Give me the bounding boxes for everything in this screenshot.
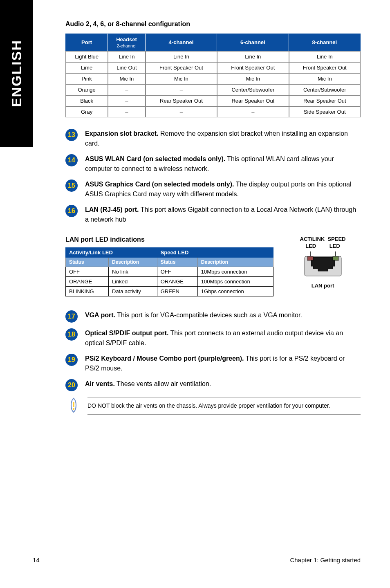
table-cell: Mic In — [217, 73, 289, 84]
th-4ch: 4-channel — [146, 34, 217, 51]
bullet-text: PS/2 Keyboard / Mouse Combo port (purple… — [85, 354, 361, 373]
bullet-row: 14ASUS WLAN Card (on selected models onl… — [65, 154, 361, 174]
table-row: BLINKINGData activityGREEN1Gbps connecti… — [66, 287, 273, 296]
bullet-badge: 13 — [65, 129, 78, 141]
bullet-row: 16LAN (RJ-45) port. This port allows Gig… — [65, 205, 361, 224]
table-cell: Front Speaker Out — [289, 62, 361, 73]
table-cell: 10Mbps connection — [197, 267, 273, 277]
lan-diagram: ACT/LINK SPEED LED LED LAN port — [285, 236, 361, 289]
table-cell: 1Gbps connection — [197, 287, 273, 296]
table-row: OFFNo linkOFF10Mbps connection — [66, 267, 273, 277]
bullet-row: 13Expansion slot bracket. Remove the exp… — [65, 129, 361, 148]
lan-sub-status-2: Status — [157, 258, 197, 267]
table-cell: Light Blue — [65, 51, 108, 62]
th-port: Port — [65, 34, 108, 51]
table-cell: Center/Subwoofer — [217, 84, 289, 95]
bullet-badge: 15 — [65, 180, 78, 192]
table-cell: Linked — [109, 277, 157, 287]
table-cell: Mic In — [108, 73, 146, 84]
table-cell: Black — [65, 95, 108, 106]
bullet-badge: 18 — [65, 328, 78, 341]
lan-sub-desc-1: Description — [109, 258, 157, 267]
bullet-row: 17VGA port. This port is for VGA-compati… — [65, 310, 361, 323]
bullet-text: Optical S/PDIF output port. This port co… — [85, 328, 361, 348]
table-cell: – — [108, 95, 146, 106]
bullet-text: LAN (RJ-45) port. This port allows Gigab… — [85, 205, 361, 224]
page-footer: 14 Chapter 1: Getting started — [33, 553, 361, 563]
audio-config-title: Audio 2, 4, 6, or 8-channel configuratio… — [65, 20, 361, 28]
table-cell: BLINKING — [66, 287, 109, 296]
table-cell: Center/Subwoofer — [289, 84, 361, 95]
svg-rect-5 — [73, 402, 74, 407]
table-cell: – — [146, 84, 217, 95]
lan-group-speed: Speed LED — [157, 248, 273, 258]
bullet-text: ASUS WLAN Card (on selected models only)… — [85, 154, 361, 174]
lan-sub-desc-2: Description — [197, 258, 273, 267]
language-label: ENGLISH — [9, 40, 25, 107]
table-cell: Line In — [108, 51, 146, 62]
table-cell: – — [108, 106, 146, 117]
page-number: 14 — [33, 557, 40, 563]
bullet-group-1: 13Expansion slot bracket. Remove the exp… — [65, 129, 361, 224]
bullet-group-2: 17VGA port. This port is for VGA-compati… — [65, 310, 361, 391]
table-cell: Gray — [65, 106, 108, 117]
th-8ch: 8-channel — [289, 34, 361, 51]
table-cell: Front Speaker Out — [217, 62, 289, 73]
bullet-badge: 14 — [65, 154, 78, 166]
bullet-row: 15ASUS Graphics Card (on selected models… — [65, 180, 361, 199]
th-6ch: 6-channel — [217, 34, 289, 51]
table-cell: ORANGE — [157, 277, 197, 287]
table-cell: Rear Speaker Out — [289, 95, 361, 106]
table-row: LimeLine OutFront Speaker OutFront Speak… — [65, 62, 361, 73]
table-cell: Data activity — [109, 287, 157, 296]
note-box: DO NOT block the air vents on the chassi… — [65, 397, 361, 415]
lan-port-icon — [300, 251, 345, 280]
bullet-text: Air vents. These vents allow air ventila… — [85, 379, 361, 389]
language-tab: ENGLISH — [0, 0, 33, 147]
bullet-text: Expansion slot bracket. Remove the expan… — [85, 129, 361, 148]
bullet-row: 20Air vents. These vents allow air venti… — [65, 379, 361, 391]
table-cell: Rear Speaker Out — [217, 95, 289, 106]
table-cell: Line In — [146, 51, 217, 62]
table-cell: Line In — [289, 51, 361, 62]
warning-icon — [65, 397, 82, 413]
bullet-row: 18Optical S/PDIF output port. This port … — [65, 328, 361, 348]
bullet-text: ASUS Graphics Card (on selected models o… — [85, 180, 361, 199]
table-row: ORANGELinkedORANGE100Mbps connection — [66, 277, 273, 287]
svg-rect-3 — [307, 256, 313, 260]
table-cell: Lime — [65, 62, 108, 73]
table-cell: – — [217, 106, 289, 117]
bullet-badge: 16 — [65, 205, 78, 217]
table-cell: Mic In — [146, 73, 217, 84]
table-cell: Orange — [65, 84, 108, 95]
table-cell: Rear Speaker Out — [146, 95, 217, 106]
table-row: Gray–––Side Speaker Out — [65, 106, 361, 117]
bullet-text: VGA port. This port is for VGA-compatibl… — [85, 310, 361, 320]
table-row: Black–Rear Speaker OutRear Speaker OutRe… — [65, 95, 361, 106]
bullet-badge: 20 — [65, 379, 78, 391]
bullet-badge: 17 — [65, 310, 78, 323]
table-cell: OFF — [66, 267, 109, 277]
audio-config-table: Port Headset 2-channel 4-channel 6-chann… — [65, 34, 361, 117]
svg-point-6 — [73, 408, 74, 410]
th-headset: Headset 2-channel — [108, 34, 146, 51]
lan-area: LAN port LED indications Activity/Link L… — [65, 236, 361, 296]
table-cell: Side Speaker Out — [289, 106, 361, 117]
bullet-row: 19PS/2 Keyboard / Mouse Combo port (purp… — [65, 354, 361, 373]
chapter-label: Chapter 1: Getting started — [290, 557, 361, 563]
table-cell: – — [108, 84, 146, 95]
table-cell: ORANGE — [66, 277, 109, 287]
table-cell: Front Speaker Out — [146, 62, 217, 73]
table-cell: GREEN — [157, 287, 197, 296]
table-cell: No link — [109, 267, 157, 277]
table-cell: Line In — [217, 51, 289, 62]
table-cell: Line Out — [108, 62, 146, 73]
svg-rect-4 — [333, 256, 338, 260]
lan-group-act: Activity/Link LED — [66, 248, 157, 258]
table-row: Light BlueLine InLine InLine InLine In — [65, 51, 361, 62]
table-cell: 100Mbps connection — [197, 277, 273, 287]
table-row: PinkMic InMic InMic InMic In — [65, 73, 361, 84]
bullet-badge: 19 — [65, 354, 78, 366]
lan-table: Activity/Link LED Speed LED Status Descr… — [65, 247, 273, 296]
page-content: Audio 2, 4, 6, or 8-channel configuratio… — [65, 0, 361, 415]
